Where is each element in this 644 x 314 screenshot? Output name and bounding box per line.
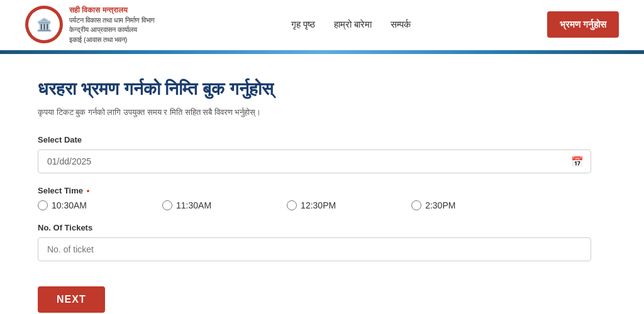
time-option-1030[interactable]: 10:30AM <box>38 200 87 210</box>
logo-emblem: 🏛️ <box>28 9 60 40</box>
header: 🏛️ सही विकास मन्त्रालय पर्यटन विकास तथा … <box>0 0 644 50</box>
logo-text-block: सही विकास मन्त्रालय पर्यटन विकास तथा धाम… <box>69 5 155 45</box>
time-label-1030: 10:30AM <box>52 200 87 210</box>
time-radio-1030[interactable] <box>38 200 48 210</box>
tickets-input[interactable] <box>38 237 591 261</box>
time-radio-group: 10:30AM 11:30AM 12:30PM 2:30PM <box>38 200 591 210</box>
logo-circle: 🏛️ <box>25 6 63 43</box>
book-button[interactable]: भ्रमण गर्नुहोस <box>547 11 619 38</box>
page-title: धरहरा भ्रमण गर्नको निम्ति बुक गर्नुहोस् <box>38 79 591 100</box>
time-radio-1130[interactable] <box>162 200 172 210</box>
tickets-label: No. Of Tickets <box>38 223 591 232</box>
date-label: Select Date <box>38 135 591 144</box>
date-input[interactable] <box>38 149 591 173</box>
nav-home[interactable]: गृह पृष्ठ <box>291 19 315 30</box>
time-option-1130[interactable]: 11:30AM <box>162 200 211 210</box>
main-nav: गृह पृष्ठ हाम्रो बारेमा सम्पर्क <box>291 19 411 30</box>
time-label-1130: 11:30AM <box>176 200 211 210</box>
tickets-group: No. Of Tickets <box>38 223 591 261</box>
logo-line3: केन्द्रीय आप्रवासन कार्यालय <box>69 25 155 35</box>
time-radio-230[interactable] <box>411 200 421 210</box>
time-option-1230[interactable]: 12:30PM <box>287 200 336 210</box>
time-radio-1230[interactable] <box>287 200 297 210</box>
logo-line4: इकाई (आवास तथा भवन) <box>69 35 155 45</box>
main-content: धरहरा भ्रमण गर्नको निम्ति बुक गर्नुहोस् … <box>0 54 629 314</box>
time-group: Select Time • 10:30AM 11:30AM 12:30PM 2:… <box>38 186 591 210</box>
logo-line2: पर्यटन विकास तथा धाम निर्माण विभाग <box>69 16 155 25</box>
date-group: Select Date 📅 <box>38 135 591 173</box>
nav-contact[interactable]: सम्पर्क <box>391 19 411 30</box>
time-label-230: 2:30PM <box>425 200 455 210</box>
nav-about[interactable]: हाम्रो बारेमा <box>334 19 372 30</box>
time-label: Select Time • <box>38 186 591 195</box>
next-button[interactable]: NEXT <box>38 286 105 313</box>
time-option-230[interactable]: 2:30PM <box>411 200 455 210</box>
time-label-1230: 12:30PM <box>301 200 336 210</box>
logo-line1: सही विकास मन्त्रालय <box>69 5 155 16</box>
required-marker: • <box>87 186 90 195</box>
page-subtitle: कृपया टिकट बुक गर्नको लागि उपयुक्त समय र… <box>38 107 591 117</box>
date-input-wrapper: 📅 <box>38 149 591 173</box>
logo-area: 🏛️ सही विकास मन्त्रालय पर्यटन विकास तथा … <box>25 5 155 45</box>
